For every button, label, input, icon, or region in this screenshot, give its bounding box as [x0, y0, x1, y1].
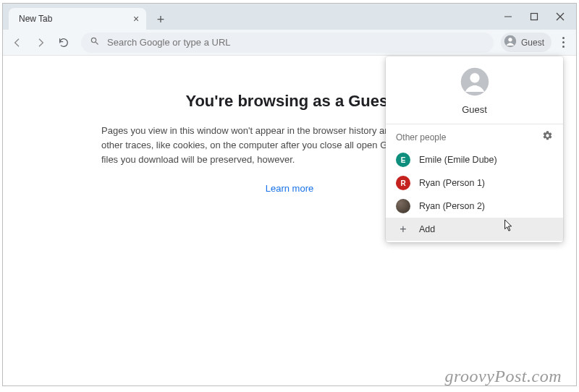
profile-item-label: Ryan (Person 1) — [419, 178, 485, 188]
profile-menu: Guest Other people E Emile (Emile Dube) … — [386, 56, 563, 242]
profile-item-emile[interactable]: E Emile (Emile Dube) — [386, 148, 563, 171]
profile-chip[interactable]: Guest — [501, 33, 551, 52]
svg-rect-1 — [531, 14, 538, 20]
svg-point-5 — [508, 38, 512, 41]
address-input[interactable] — [107, 37, 485, 48]
maximize-button[interactable] — [521, 6, 547, 27]
section-label: Other people — [396, 132, 446, 142]
toolbar: Guest — [3, 30, 576, 56]
profile-item-label: Emile (Emile Dube) — [419, 155, 497, 165]
search-icon — [90, 36, 100, 49]
person-icon — [460, 67, 490, 100]
profile-item-label: Ryan (Person 2) — [419, 201, 485, 211]
menu-button[interactable] — [554, 33, 572, 53]
profile-chip-label: Guest — [521, 38, 544, 48]
reload-button[interactable] — [54, 33, 74, 53]
manage-people-button[interactable] — [542, 130, 553, 144]
plus-icon: + — [396, 222, 410, 237]
add-profile-label: Add — [419, 224, 435, 234]
gear-icon — [542, 131, 553, 143]
profile-item-ryan-1[interactable]: R Ryan (Person 1) — [386, 171, 563, 195]
browser-window: New Tab × + Guest You're browsing as a G… — [2, 3, 577, 386]
new-tab-button[interactable]: + — [151, 9, 171, 30]
avatar — [396, 199, 410, 213]
person-icon — [504, 35, 517, 50]
avatar: R — [396, 176, 410, 190]
current-profile-name: Guest — [462, 104, 487, 115]
omnibox[interactable] — [81, 33, 494, 53]
minimize-button[interactable] — [495, 6, 521, 27]
browser-tab[interactable]: New Tab × — [9, 8, 146, 30]
back-button[interactable] — [7, 33, 28, 53]
kebab-icon — [562, 37, 565, 48]
add-profile-button[interactable]: + Add — [386, 218, 563, 241]
close-icon[interactable]: × — [130, 13, 142, 25]
profile-menu-header: Guest — [386, 56, 563, 124]
tab-title: New Tab — [19, 14, 130, 24]
people-list: E Emile (Emile Dube) R Ryan (Person 1) R… — [386, 147, 563, 242]
window-controls — [495, 4, 576, 30]
titlebar: New Tab × + — [3, 4, 576, 30]
watermark: groovyPost.com — [445, 367, 562, 386]
svg-point-7 — [470, 73, 479, 82]
other-people-header: Other people — [386, 124, 563, 147]
forward-button[interactable] — [30, 33, 51, 53]
avatar: E — [396, 153, 410, 167]
close-button[interactable] — [547, 6, 573, 27]
profile-item-ryan-2[interactable]: Ryan (Person 2) — [386, 195, 563, 218]
